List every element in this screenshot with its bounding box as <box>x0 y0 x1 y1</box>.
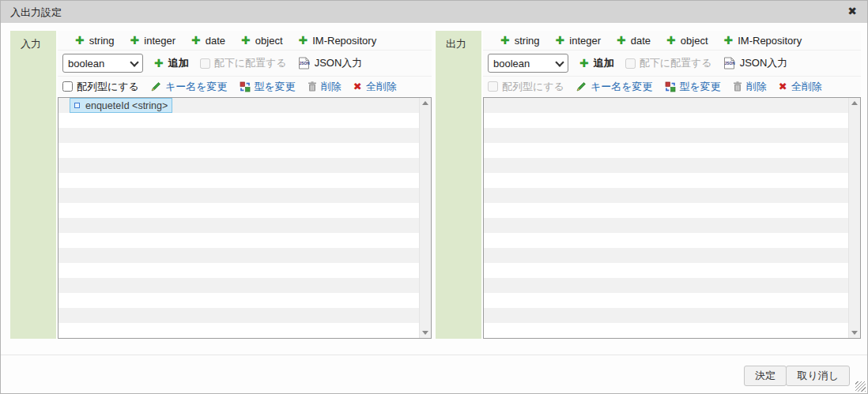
nest-checkbox-input <box>200 58 210 69</box>
scroll-down-icon[interactable] <box>851 331 858 335</box>
dialog-titlebar[interactable]: 入出力設定 ✖ <box>1 1 867 23</box>
input-panel: ✚string ✚integer ✚date ✚object ✚IM-Repos… <box>58 31 432 339</box>
output-list-scrollbar[interactable] <box>848 98 860 338</box>
delete-label: 削除 <box>746 80 767 94</box>
scroll-up-icon[interactable] <box>851 101 858 105</box>
cancel-button[interactable]: 取り消し <box>786 366 850 386</box>
input-action-row: 配列型にする キー名を変更 型を変更 削除 ✖全削除 <box>58 77 432 96</box>
trash-icon <box>308 81 317 92</box>
input-type-select[interactable]: boolean <box>62 54 143 73</box>
add-button-label: 追加 <box>168 56 189 70</box>
input-delete-all-link[interactable]: ✖全削除 <box>353 80 397 94</box>
input-list-scrollbar[interactable] <box>419 98 431 338</box>
output-nest-checkbox[interactable]: 配下に配置する <box>625 56 712 70</box>
plus-icon: ✚ <box>191 35 201 46</box>
plus-icon: ✚ <box>299 35 308 46</box>
type-button-label: string <box>89 35 115 47</box>
array-type-checkbox-input <box>488 81 498 92</box>
type-button-label: integer <box>144 35 175 47</box>
footer-divider <box>1 355 867 355</box>
input-add-button[interactable]: ✚追加 <box>154 56 189 70</box>
input-add-string-button[interactable]: ✚string <box>75 35 115 47</box>
scroll-down-icon[interactable] <box>422 331 428 335</box>
json-file-icon: JSON <box>723 57 735 69</box>
change-type-label: 型を変更 <box>255 80 296 94</box>
add-button-label: 追加 <box>594 56 614 70</box>
input-tree-list[interactable]: enqueteId <string> <box>58 97 432 339</box>
svg-text:JSON: JSON <box>299 62 309 66</box>
plus-icon: ✚ <box>666 35 676 46</box>
output-add-object-button[interactable]: ✚object <box>666 35 708 47</box>
change-type-label: 型を変更 <box>680 80 721 94</box>
output-type-select[interactable]: boolean <box>488 54 568 73</box>
rename-key-label: キー名を変更 <box>591 80 653 94</box>
delete-all-label: 全削除 <box>366 80 397 94</box>
input-change-type-link[interactable]: 型を変更 <box>240 80 296 94</box>
input-add-integer-button[interactable]: ✚integer <box>130 35 175 47</box>
input-tree-item-enqueteid[interactable]: enqueteId <string> <box>70 98 172 113</box>
type-button-label: IM-Repository <box>312 35 376 47</box>
output-type-select-wrap: boolean <box>488 54 568 73</box>
ok-button[interactable]: 決定 <box>744 366 787 386</box>
plus-icon: ✚ <box>617 35 626 46</box>
plus-icon: ✚ <box>500 35 510 46</box>
array-type-checkbox-label: 配列型にする <box>502 80 564 94</box>
type-button-label: date <box>206 35 225 47</box>
delete-label: 削除 <box>321 80 342 94</box>
red-x-icon: ✖ <box>779 81 787 92</box>
type-button-label: object <box>681 35 708 47</box>
input-add-object-button[interactable]: ✚object <box>241 35 282 47</box>
json-input-label: JSON入力 <box>740 56 788 70</box>
tree-node-icon <box>74 103 80 108</box>
pencil-icon <box>151 81 161 92</box>
input-type-button-row: ✚string ✚integer ✚date ✚object ✚IM-Repos… <box>58 31 432 51</box>
output-delete-all-link[interactable]: ✖全削除 <box>779 80 822 94</box>
io-settings-dialog: 入出力設定 ✖ 入力 ✚string ✚integer ✚date ✚objec… <box>0 0 868 394</box>
resize-handle[interactable] <box>855 381 866 392</box>
output-panel: ✚string ✚integer ✚date ✚object ✚IM-Repos… <box>483 31 861 339</box>
output-json-input-button[interactable]: JSON JSON入力 <box>723 56 788 70</box>
tree-item-label: enqueteId <string> <box>85 100 168 111</box>
input-rename-key-link[interactable]: キー名を変更 <box>151 80 228 94</box>
input-nest-checkbox[interactable]: 配下に配置する <box>200 56 287 70</box>
input-array-type-checkbox[interactable]: 配列型にする <box>62 80 139 94</box>
plus-icon: ✚ <box>154 58 164 69</box>
change-type-icon <box>665 81 676 92</box>
close-icon[interactable]: ✖ <box>847 6 857 17</box>
output-action-row: 配列型にする キー名を変更 型を変更 削除 ✖全削除 <box>483 77 861 96</box>
type-button-label: object <box>255 35 283 47</box>
plus-icon: ✚ <box>724 35 734 46</box>
output-add-integer-button[interactable]: ✚integer <box>556 35 601 47</box>
input-add-date-button[interactable]: ✚date <box>191 35 225 47</box>
type-button-label: IM-Repository <box>738 35 802 47</box>
input-add-im-repository-button[interactable]: ✚IM-Repository <box>299 35 377 47</box>
output-add-im-repository-button[interactable]: ✚IM-Repository <box>724 35 802 47</box>
scroll-up-icon[interactable] <box>422 101 428 105</box>
output-add-row: boolean ✚追加 配下に配置する JSON JSON入力 <box>483 51 861 77</box>
input-add-row: boolean ✚追加 配下に配置する JSON JSON入力 <box>58 51 432 77</box>
trash-icon <box>733 81 742 92</box>
change-type-icon <box>240 81 251 92</box>
output-rename-key-link[interactable]: キー名を変更 <box>576 80 653 94</box>
plus-icon: ✚ <box>241 35 251 46</box>
json-file-icon: JSON <box>298 57 310 69</box>
nest-checkbox-input <box>625 58 636 69</box>
dialog-title: 入出力設定 <box>10 6 62 20</box>
output-array-type-checkbox: 配列型にする <box>488 80 564 94</box>
plus-icon: ✚ <box>75 35 85 46</box>
delete-all-label: 全削除 <box>791 80 822 94</box>
input-json-input-button[interactable]: JSON JSON入力 <box>298 56 363 70</box>
output-panel-label: 出力 <box>436 31 481 339</box>
output-add-button[interactable]: ✚追加 <box>579 56 614 70</box>
pencil-icon <box>576 81 587 92</box>
output-change-type-link[interactable]: 型を変更 <box>665 80 721 94</box>
input-delete-link[interactable]: 削除 <box>308 80 342 94</box>
array-type-checkbox-input[interactable] <box>62 81 73 92</box>
output-tree-list[interactable] <box>483 97 861 339</box>
output-add-string-button[interactable]: ✚string <box>500 35 540 47</box>
input-panel-label: 入力 <box>10 31 56 339</box>
output-delete-link[interactable]: 削除 <box>733 80 767 94</box>
output-add-date-button[interactable]: ✚date <box>617 35 651 47</box>
svg-text:JSON: JSON <box>724 62 734 66</box>
rename-key-label: キー名を変更 <box>165 80 228 94</box>
